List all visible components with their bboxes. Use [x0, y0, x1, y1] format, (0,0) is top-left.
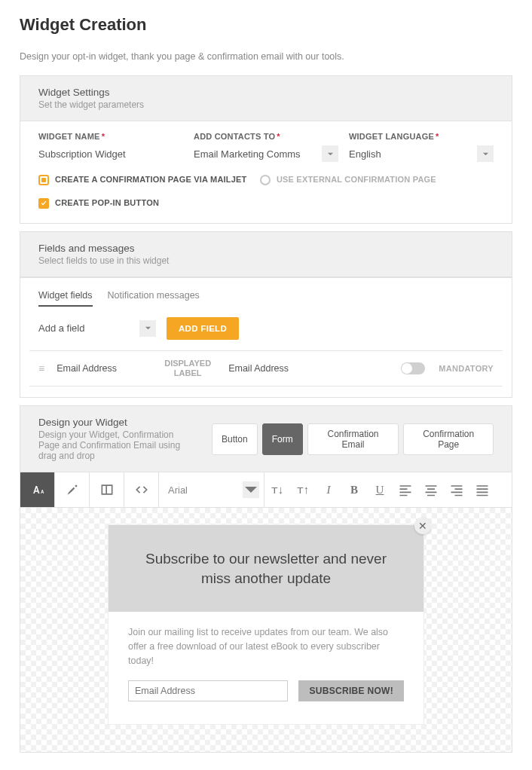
- align-justify-button[interactable]: [469, 472, 495, 507]
- fields-subtitle: Select fields to use in this widget: [38, 255, 494, 266]
- add-contacts-value: Email Marketing Comms: [194, 148, 301, 160]
- form-hero-text[interactable]: Subscribe to our newsletter and never mi…: [109, 525, 423, 612]
- fields-panel: Fields and messages Select fields to use…: [20, 231, 512, 398]
- widget-settings-subtitle: Set the widget parameters: [38, 99, 494, 110]
- align-right-button[interactable]: [444, 472, 469, 507]
- add-contacts-label: ADD CONTACTS TO*: [194, 132, 338, 141]
- align-left-button[interactable]: [393, 472, 418, 507]
- fields-title: Fields and messages: [38, 243, 494, 254]
- seg-button[interactable]: Button: [212, 423, 258, 455]
- underline-button[interactable]: U: [367, 472, 393, 507]
- email-address-input[interactable]: [128, 680, 288, 701]
- displayed-label-value[interactable]: Email Address: [228, 363, 289, 374]
- align-justify-icon: [475, 482, 490, 497]
- chevron-down-icon: [327, 151, 334, 157]
- widget-name-input[interactable]: Subscription Widget: [38, 147, 183, 161]
- option-popin-button[interactable]: CREATE POP-IN BUTTON: [38, 197, 494, 209]
- add-field-button[interactable]: ADD FIELD: [167, 317, 239, 340]
- seg-confirmation-page[interactable]: Confirmation Page: [403, 423, 494, 455]
- italic-button[interactable]: I: [316, 472, 341, 507]
- add-field-label: Add a field: [38, 322, 129, 334]
- tool-style[interactable]: [55, 472, 90, 507]
- tool-layout[interactable]: [90, 472, 124, 507]
- align-center-button[interactable]: [418, 472, 444, 507]
- option-confirmation-mailjet[interactable]: CREATE A CONFIRMATION PAGE VIA MAILJET: [38, 174, 252, 185]
- bold-button[interactable]: B: [341, 472, 367, 507]
- chevron-down-icon: [243, 482, 258, 497]
- mandatory-toggle[interactable]: [401, 362, 425, 374]
- form-preview[interactable]: ✕ Subscribe to our newsletter and never …: [108, 524, 424, 725]
- add-field-dropdown[interactable]: [139, 320, 156, 337]
- chevron-down-icon: [482, 151, 489, 157]
- chevron-down-icon: [145, 325, 151, 332]
- close-icon: ✕: [418, 520, 427, 532]
- align-right-icon: [449, 482, 464, 497]
- font-size-up-icon: ᴛ↑: [297, 483, 310, 497]
- widget-language-value: English: [349, 148, 381, 160]
- tool-text[interactable]: [20, 472, 55, 507]
- font-size-decrease[interactable]: ᴛ↓: [264, 472, 290, 507]
- font-size-down-icon: ᴛ↓: [271, 483, 284, 497]
- design-canvas: ✕ Subscribe to our newsletter and never …: [20, 508, 512, 752]
- field-row: ≡ Email Address DISPLAYED LABEL Email Ad…: [29, 350, 503, 387]
- radio-selected-icon: [38, 175, 49, 185]
- field-name: Email Address: [57, 363, 147, 374]
- tool-code[interactable]: [124, 472, 159, 507]
- add-contacts-dropdown[interactable]: [322, 145, 338, 162]
- code-icon: [134, 482, 149, 497]
- seg-form[interactable]: Form: [262, 423, 303, 455]
- checkbox-checked-icon: [38, 198, 49, 209]
- mandatory-label: MANDATORY: [439, 364, 494, 373]
- seg-confirmation-email[interactable]: Confirmation Email: [307, 423, 399, 455]
- layout-columns-icon: [99, 482, 115, 497]
- widget-language-dropdown[interactable]: [477, 145, 494, 162]
- brush-icon: [65, 482, 80, 497]
- radio-unselected-icon: [260, 175, 271, 185]
- widget-settings-title: Widget Settings: [38, 87, 494, 98]
- font-selector[interactable]: Arial: [159, 472, 264, 507]
- form-paragraph[interactable]: Join our mailing list to receive updates…: [128, 625, 404, 668]
- tab-notification-messages[interactable]: Notification messages: [108, 286, 200, 307]
- editor-toolbar: Arial ᴛ↓ ᴛ↑ I B U: [20, 472, 512, 508]
- drag-handle-icon[interactable]: ≡: [38, 362, 43, 374]
- align-left-icon: [398, 482, 413, 497]
- page-subtitle: Design your opt-in widget, thank you pag…: [20, 51, 512, 62]
- subscribe-button[interactable]: SUBSCRIBE NOW!: [298, 680, 404, 701]
- close-button[interactable]: ✕: [414, 518, 431, 534]
- align-center-icon: [423, 482, 439, 497]
- design-title: Design your Widget: [38, 417, 197, 428]
- page-title: Widget Creation: [20, 15, 512, 35]
- text-aa-icon: [30, 482, 45, 497]
- option-confirmation-external[interactable]: USE EXTERNAL CONFIRMATION PAGE: [260, 174, 474, 185]
- design-subtitle: Design your Widget, Confirmation Page an…: [38, 429, 197, 461]
- widget-name-label: WIDGET NAME*: [38, 132, 183, 141]
- font-size-increase[interactable]: ᴛ↑: [290, 472, 316, 507]
- tab-widget-fields[interactable]: Widget fields: [38, 286, 93, 307]
- widget-language-label: WIDGET LANGUAGE*: [349, 132, 494, 141]
- design-panel: Design your Widget Design your Widget, C…: [20, 405, 512, 753]
- widget-settings-panel: Widget Settings Set the widget parameter…: [20, 75, 512, 224]
- displayed-label-heading: DISPLAYED LABEL: [161, 359, 215, 378]
